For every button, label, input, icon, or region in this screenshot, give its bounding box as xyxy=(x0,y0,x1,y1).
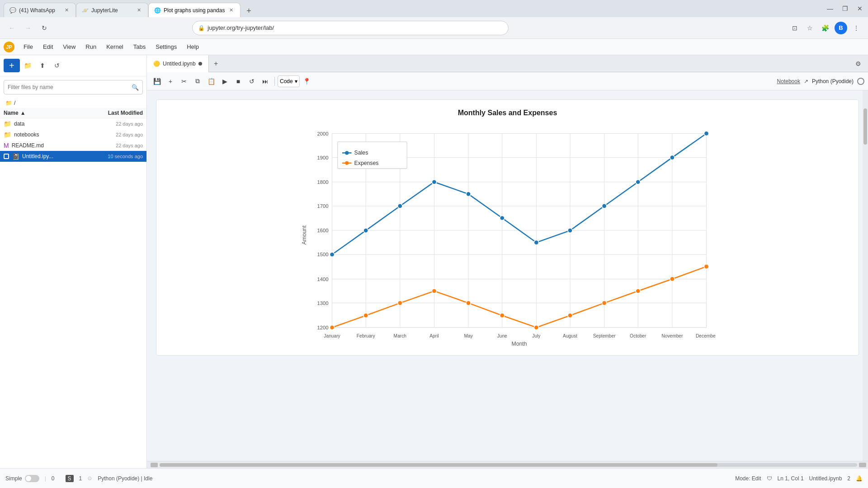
location-pin-button[interactable]: 📍 xyxy=(301,75,313,88)
file-item-readme[interactable]: M README.md 22 days ago xyxy=(0,140,146,151)
browser-titlebar: 💬 (41) WhatsApp ✕ 🪐 JupyterLite ✕ 🌐 Plot… xyxy=(0,0,868,17)
notebook-toolbar: 💾 + ✂ ⧉ 📋 ▶ ■ ↺ ⏭ Code ▾ 📍 Notebook ↗ Py… xyxy=(147,72,868,90)
menu-kernel[interactable]: Kernel xyxy=(102,42,128,52)
svg-text:February: February xyxy=(356,333,375,338)
notification-count: 2 xyxy=(847,475,850,482)
svg-text:October: October xyxy=(630,333,646,338)
tab-pandas-close[interactable]: ✕ xyxy=(227,7,235,14)
file-time-notebooks: 22 days ago xyxy=(93,132,143,137)
svg-text:August: August xyxy=(563,333,577,338)
notebook-tab-untitled[interactable]: 🟡 Untitled.ipynb xyxy=(147,55,209,72)
cell-type-selector[interactable]: Code ▾ xyxy=(278,75,300,87)
refresh-button[interactable]: ↻ xyxy=(38,22,51,34)
save-button[interactable]: 💾 xyxy=(151,75,163,88)
maximize-button[interactable]: ❐ xyxy=(840,5,850,12)
notebook-link[interactable]: Notebook xyxy=(777,78,800,84)
fast-forward-button[interactable]: ⏭ xyxy=(259,75,272,88)
tab-jupyterlite-label: JupyterLite xyxy=(91,7,118,14)
forward-button[interactable]: → xyxy=(22,22,34,34)
minimize-button[interactable]: — xyxy=(825,5,835,12)
notebook-content[interactable]: Monthly Sales and Expenses xyxy=(147,90,868,461)
notebook-icon: 📓 xyxy=(12,153,19,160)
simple-mode-toggle[interactable]: Simple xyxy=(5,475,39,482)
notebook-new-tab-button[interactable]: + xyxy=(209,56,223,71)
address-right-icons: ⊡ ☆ 🧩 B ⋮ xyxy=(788,22,863,34)
svg-text:1500: 1500 xyxy=(317,252,328,257)
new-file-button[interactable]: + xyxy=(4,59,20,72)
menu-view[interactable]: View xyxy=(58,42,80,52)
file-time-data: 22 days ago xyxy=(93,121,143,127)
tab-whatsapp-close[interactable]: ✕ xyxy=(63,7,70,14)
jupyter-logo: JP xyxy=(4,42,14,52)
folder-icon: 📁 xyxy=(4,120,11,127)
vertical-scrollbar[interactable] xyxy=(863,90,868,461)
new-tab-button[interactable]: + xyxy=(242,5,255,17)
mode-toggle-switch[interactable] xyxy=(25,475,39,482)
screen-cast-icon[interactable]: ⊡ xyxy=(788,22,801,34)
notebook-tabbar: 🟡 Untitled.ipynb + ⚙ xyxy=(147,55,868,72)
tab-pandas[interactable]: 🌐 Plot graphs using pandas ✕ xyxy=(148,3,241,17)
column-modified-header[interactable]: Last Modified xyxy=(93,110,143,116)
file-item-untitled[interactable]: 📓 Untitled.ipy... 10 seconds ago xyxy=(0,151,146,162)
menu-file[interactable]: File xyxy=(19,42,38,52)
settings-icon[interactable]: ⚙ xyxy=(852,57,864,70)
back-button[interactable]: ← xyxy=(5,22,18,34)
extension-icon[interactable]: 🧩 xyxy=(819,22,832,34)
file-time-readme: 22 days ago xyxy=(93,143,143,148)
menu-icon[interactable]: ⋮ xyxy=(850,22,863,34)
add-cell-button[interactable]: + xyxy=(164,75,177,88)
cut-button[interactable]: ✂ xyxy=(178,75,190,88)
menu-help[interactable]: Help xyxy=(182,42,203,52)
column-name-header[interactable]: Name ▲ xyxy=(4,110,93,116)
tab-whatsapp-label: (41) WhatsApp xyxy=(19,7,55,14)
line-col-label: Ln 1, Col 1 xyxy=(778,475,804,482)
svg-point-48 xyxy=(500,216,504,220)
svg-text:1700: 1700 xyxy=(317,203,328,209)
svg-point-61 xyxy=(534,325,538,330)
url-bar[interactable]: 🔒 jupyter.org/try-jupyter/lab/ xyxy=(192,21,509,35)
svg-point-62 xyxy=(567,313,572,318)
profile-button[interactable]: B xyxy=(835,22,847,34)
stop-button[interactable]: ■ xyxy=(232,75,245,88)
svg-point-63 xyxy=(602,300,606,305)
copy-button[interactable]: ⧉ xyxy=(191,75,204,88)
notebook-inner: Monthly Sales and Expenses xyxy=(147,90,868,461)
run-button[interactable]: ▶ xyxy=(218,75,231,88)
menu-run[interactable]: Run xyxy=(81,42,101,52)
tab-jupyterlite-close[interactable]: ✕ xyxy=(135,7,142,14)
menu-tabs[interactable]: Tabs xyxy=(129,42,150,52)
file-search-box[interactable]: 🔍 xyxy=(4,80,143,94)
jupyterlite-icon: 🪐 xyxy=(82,7,89,14)
status-sep1: | xyxy=(45,475,46,482)
close-window-button[interactable]: ✕ xyxy=(855,5,864,12)
menu-edit[interactable]: Edit xyxy=(38,42,57,52)
svg-text:April: April xyxy=(429,333,439,338)
chart-container: Monthly Sales and Expenses xyxy=(156,99,859,356)
svg-text:Sales: Sales xyxy=(354,150,368,156)
horizontal-scrollbar-area[interactable] xyxy=(147,461,868,468)
file-list-header: Name ▲ Last Modified xyxy=(0,108,146,118)
filter-files-input[interactable] xyxy=(8,84,132,90)
toolbar-separator xyxy=(274,77,275,86)
bookmark-icon[interactable]: ☆ xyxy=(804,22,816,34)
tab-whatsapp[interactable]: 💬 (41) WhatsApp ✕ xyxy=(4,3,76,17)
upload-button[interactable]: ⬆ xyxy=(36,59,49,72)
notebook-panel: 🟡 Untitled.ipynb + ⚙ 💾 + ✂ ⧉ 📋 ▶ ■ ↺ ⏭ C… xyxy=(147,55,868,468)
address-bar: ← → ↻ 🔒 jupyter.org/try-jupyter/lab/ ⊡ ☆… xyxy=(0,17,868,39)
restart-button[interactable]: ↺ xyxy=(245,75,258,88)
status-right: Mode: Edit 🛡 Ln 1, Col 1 Untitled.ipynb … xyxy=(735,475,863,482)
svg-point-50 xyxy=(567,228,572,233)
refresh-files-button[interactable]: ↺ xyxy=(51,59,63,72)
paste-button[interactable]: 📋 xyxy=(205,75,217,88)
svg-point-43 xyxy=(330,252,334,257)
sort-icon: ▲ xyxy=(20,110,26,116)
new-folder-button[interactable]: 📁 xyxy=(22,59,34,72)
menu-settings[interactable]: Settings xyxy=(151,42,181,52)
file-name-readme: README.md xyxy=(12,142,93,149)
md-icon: M xyxy=(4,142,9,149)
svg-point-56 xyxy=(363,313,368,318)
file-item-data[interactable]: 📁 data 22 days ago xyxy=(0,118,146,129)
svg-point-44 xyxy=(363,228,368,233)
file-item-notebooks[interactable]: 📁 notebooks 22 days ago xyxy=(0,129,146,140)
tab-jupyterlite[interactable]: 🪐 JupyterLite ✕ xyxy=(76,3,148,17)
